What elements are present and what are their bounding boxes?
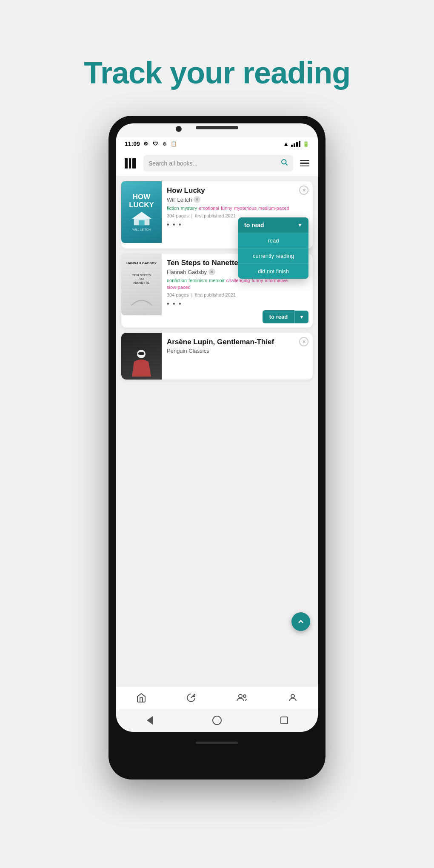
bottom-nav bbox=[116, 686, 318, 709]
svg-marker-5 bbox=[131, 212, 151, 219]
book-tags-1: fiction mystery emotional funny mysterio… bbox=[167, 206, 308, 211]
close-book-1-button[interactable]: ✕ bbox=[299, 186, 308, 195]
nav-profile[interactable] bbox=[281, 691, 305, 705]
front-camera bbox=[176, 126, 182, 132]
book-title-3: Arsène Lupin, Gentleman-Thief bbox=[167, 338, 308, 346]
svg-point-3 bbox=[282, 160, 286, 164]
svg-line-4 bbox=[286, 164, 288, 166]
tag-fiction[interactable]: fiction bbox=[167, 206, 179, 211]
phone-chin-bar bbox=[196, 742, 238, 744]
svg-point-10 bbox=[239, 694, 242, 698]
phone-notch bbox=[116, 123, 318, 135]
cover-art-lupin bbox=[121, 333, 162, 380]
svg-rect-7 bbox=[139, 220, 144, 226]
phone-speaker bbox=[196, 126, 238, 129]
book-author-3: Penguin Classics bbox=[167, 348, 308, 354]
dropdown-current[interactable]: to read ▼ bbox=[238, 217, 308, 233]
svg-point-12 bbox=[291, 694, 294, 698]
tag-memoir[interactable]: memoir bbox=[209, 278, 225, 283]
svg-rect-1 bbox=[129, 158, 131, 168]
content-area: HOW LUCKY WILL LEITCH ✕ How Lucky bbox=[116, 176, 318, 686]
battery-icon: 🔋 bbox=[303, 141, 309, 147]
home-button[interactable] bbox=[211, 714, 223, 727]
search-box[interactable]: Search all books... bbox=[143, 155, 293, 171]
dropdown-option-did-not-finish[interactable]: did not finish bbox=[238, 263, 308, 279]
back-triangle-icon bbox=[147, 716, 153, 725]
clipboard-icon: 📋 bbox=[171, 140, 177, 147]
book-options-2[interactable]: • • • bbox=[167, 300, 308, 308]
author-tag-1[interactable]: ✕ bbox=[194, 196, 200, 203]
cover-art-how-lucky: HOW LUCKY WILL LEITCH bbox=[121, 181, 162, 243]
signal-icon bbox=[291, 141, 300, 147]
book-info-lupin: ✕ Arsène Lupin, Gentleman-Thief Penguin … bbox=[162, 333, 313, 380]
time-display: 11:09 bbox=[125, 140, 140, 147]
tag-mysterious[interactable]: mysterious bbox=[234, 206, 257, 211]
tag-nonfiction[interactable]: nonfiction bbox=[167, 278, 187, 283]
wifi-icon: ▲ bbox=[283, 140, 289, 147]
page-title: Track your reading bbox=[84, 55, 350, 90]
vpn-icon: ⊙ bbox=[161, 140, 168, 147]
scroll-to-top-fab[interactable] bbox=[291, 612, 310, 631]
tag-slow-paced[interactable]: slow-paced bbox=[167, 285, 191, 290]
shield-icon: 🛡 bbox=[152, 140, 159, 147]
to-read-button-2[interactable]: to read bbox=[263, 310, 294, 323]
phone-shell: 11:09 ⚙ 🛡 ⊙ 📋 ▲ bbox=[108, 116, 326, 779]
lupin-figure-svg bbox=[130, 349, 153, 379]
book-cover-how-lucky: HOW LUCKY WILL LEITCH bbox=[121, 181, 162, 243]
tag-medium-paced[interactable]: medium-paced bbox=[258, 206, 289, 211]
book-info-how-lucky: ✕ How Lucky Will Leitch ✕ fiction myster… bbox=[162, 181, 313, 248]
book-card-how-lucky: HOW LUCKY WILL LEITCH ✕ How Lucky bbox=[121, 181, 313, 248]
nav-stats[interactable] bbox=[179, 691, 203, 705]
status-bar: 11:09 ⚙ 🛡 ⊙ 📋 ▲ bbox=[116, 137, 318, 151]
cover-art-nanette: HANNAH GADSBY TEN STEPSTONANETTE bbox=[121, 254, 162, 315]
phone-chin-area bbox=[116, 732, 318, 753]
recents-button[interactable] bbox=[278, 714, 291, 727]
dropdown-current-label: to read bbox=[244, 222, 264, 228]
friends-icon bbox=[236, 693, 248, 703]
cover-title: HOW LUCKY bbox=[125, 193, 158, 209]
cover-nanette-author: HANNAH GADSBY bbox=[126, 261, 157, 265]
app-logo bbox=[123, 156, 138, 171]
nav-home[interactable] bbox=[129, 691, 153, 705]
stats-icon bbox=[186, 693, 196, 703]
tag-emotional[interactable]: emotional bbox=[199, 206, 219, 211]
nav-friends[interactable] bbox=[229, 691, 255, 705]
book-title-1: How Lucky bbox=[167, 186, 308, 195]
svg-rect-9 bbox=[138, 352, 144, 355]
tag-feminism[interactable]: feminism bbox=[188, 278, 207, 283]
recents-square-icon bbox=[280, 717, 288, 724]
search-icon bbox=[280, 158, 288, 168]
tag-funny[interactable]: funny bbox=[221, 206, 232, 211]
svg-point-11 bbox=[243, 695, 246, 697]
dropdown-chevron-icon: ▼ bbox=[297, 222, 303, 228]
book-cover-nanette: HANNAH GADSBY TEN STEPSTONANETTE bbox=[121, 254, 162, 315]
phone-screen: 11:09 ⚙ 🛡 ⊙ 📋 ▲ bbox=[116, 123, 318, 732]
cover-nanette-svg bbox=[127, 293, 157, 308]
book-cover-lupin bbox=[121, 333, 162, 380]
menu-line-1 bbox=[300, 160, 309, 161]
close-book-3-button[interactable]: ✕ bbox=[299, 337, 308, 346]
profile-icon bbox=[288, 693, 298, 703]
dropdown-option-read[interactable]: read bbox=[238, 233, 308, 248]
book-tags-2: nonfiction feminism memoir challenging f… bbox=[167, 278, 308, 290]
home-icon bbox=[136, 693, 146, 703]
author-tag-2[interactable]: ✕ bbox=[208, 268, 215, 275]
menu-line-3 bbox=[300, 166, 309, 167]
status-right: ▲ 🔋 bbox=[283, 140, 309, 147]
app-header: Search all books... bbox=[116, 151, 318, 176]
settings-icon: ⚙ bbox=[143, 140, 149, 147]
status-dropdown-menu: to read ▼ read currently reading did not… bbox=[238, 217, 308, 279]
tag-mystery[interactable]: mystery bbox=[181, 206, 197, 211]
menu-line-2 bbox=[300, 163, 309, 164]
search-placeholder: Search all books... bbox=[148, 160, 277, 167]
status-dropdown-arrow-2[interactable]: ▼ bbox=[294, 311, 308, 323]
android-nav-bar bbox=[116, 709, 318, 732]
home-circle-icon bbox=[212, 716, 222, 725]
cover-author: WILL LEITCH bbox=[132, 228, 151, 231]
status-left: 11:09 ⚙ 🛡 ⊙ 📋 bbox=[125, 140, 177, 147]
dropdown-option-currently-reading[interactable]: currently reading bbox=[238, 248, 308, 263]
book-author-1: Will Leitch ✕ bbox=[167, 196, 308, 203]
cover-house-svg bbox=[131, 211, 152, 226]
menu-button[interactable] bbox=[298, 158, 311, 168]
back-button[interactable] bbox=[143, 714, 156, 727]
